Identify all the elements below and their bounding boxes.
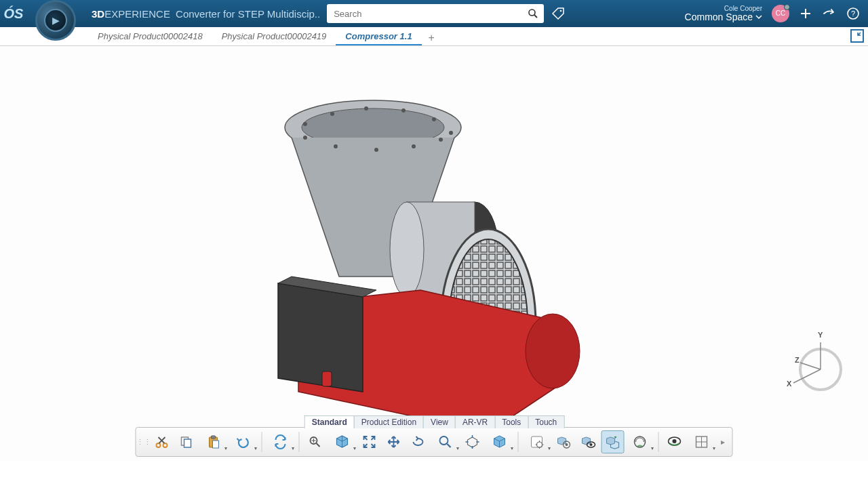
rotate-button[interactable] xyxy=(407,430,430,453)
svg-point-64 xyxy=(673,439,677,443)
help-icon[interactable]: ? xyxy=(846,7,860,20)
svg-point-36 xyxy=(163,443,167,447)
svg-point-22 xyxy=(364,106,368,110)
svg-point-26 xyxy=(303,136,307,140)
tab-physical-product00002418[interactable]: Physical Product00002418 xyxy=(88,28,212,45)
toolbar-tab-ar-vr[interactable]: AR-VR xyxy=(455,415,495,428)
zoom-button[interactable]: ▾ xyxy=(431,430,460,453)
svg-point-16 xyxy=(526,314,580,388)
capture-button[interactable] xyxy=(663,430,686,453)
svg-point-23 xyxy=(401,108,406,113)
svg-point-0 xyxy=(529,9,535,16)
document-tabs: Physical Product00002418Physical Product… xyxy=(0,27,868,46)
top-bar: ÓS ▶ 3DEXPERIENCE Converter for STEP Mul… xyxy=(0,0,868,27)
axis-x-label: X xyxy=(787,380,791,388)
svg-point-11 xyxy=(390,202,424,297)
share-icon[interactable] xyxy=(822,6,837,21)
svg-line-1 xyxy=(534,15,537,18)
svg-point-61 xyxy=(590,443,593,446)
svg-point-25 xyxy=(449,131,453,135)
recenter-button[interactable] xyxy=(358,430,381,453)
tab-compressor-1-1[interactable]: Compressor 1.1 xyxy=(336,28,421,45)
svg-point-20 xyxy=(303,122,307,126)
toolbar-overflow[interactable]: ▸ xyxy=(717,430,728,453)
layout-button[interactable]: ▾ xyxy=(688,430,716,453)
toolbar-tab-view[interactable]: View xyxy=(423,415,456,428)
toolbar-tab-touch[interactable]: Touch xyxy=(528,415,564,428)
svg-point-30 xyxy=(439,138,443,142)
toolbar-section-tabs: StandardProduct EditionViewAR-VRToolsTou… xyxy=(304,415,564,428)
svg-rect-43 xyxy=(213,441,219,448)
svg-rect-40 xyxy=(184,439,191,447)
main-toolbar: ⋮⋮ ▾▾▾▾▾▾▾▾▾ ▸ xyxy=(136,427,733,457)
toolbar-grip[interactable]: ⋮⋮ xyxy=(140,429,147,455)
look-at-button[interactable] xyxy=(461,430,484,453)
3d-viewport[interactable]: Y X Z StandardProduct EditionViewAR-VRTo… xyxy=(0,46,868,461)
toolbar-divider xyxy=(299,432,300,452)
axis-y-label: Y xyxy=(818,331,823,339)
user-block: Cole Cooper Common Space xyxy=(685,5,762,22)
normal-view-button[interactable]: ▾ xyxy=(486,430,514,453)
ambience-button[interactable]: ▾ xyxy=(626,430,654,453)
search-button[interactable] xyxy=(522,4,544,23)
svg-point-35 xyxy=(157,443,161,447)
svg-point-59 xyxy=(566,443,568,446)
svg-point-21 xyxy=(330,112,334,116)
app-title: 3DEXPERIENCE Converter for STEP Multidis… xyxy=(92,8,320,20)
svg-point-50 xyxy=(440,436,448,445)
toolbar-tab-tools[interactable]: Tools xyxy=(494,415,528,428)
chevron-down-icon xyxy=(755,14,762,20)
hide-show-button[interactable] xyxy=(577,430,600,453)
svg-text:?: ? xyxy=(851,9,855,18)
add-icon[interactable] xyxy=(799,7,812,20)
svg-line-51 xyxy=(448,444,451,447)
copy-button[interactable] xyxy=(175,430,198,453)
svg-line-34 xyxy=(800,363,821,369)
paste-button[interactable]: ▾ xyxy=(199,430,228,453)
toolbar-tab-product-edition[interactable]: Product Edition xyxy=(354,415,424,428)
search-box xyxy=(327,4,544,23)
axis-z-label: Z xyxy=(795,356,800,364)
ds-logo-icon[interactable]: ÓS xyxy=(0,0,27,27)
avatar[interactable]: CC xyxy=(772,5,789,22)
properties-button[interactable]: ▾ xyxy=(523,430,551,453)
pan-button[interactable] xyxy=(382,430,406,453)
undo-button[interactable]: ▾ xyxy=(229,430,258,453)
toolbar-divider xyxy=(658,432,659,452)
svg-line-33 xyxy=(793,369,821,383)
app-options-button[interactable] xyxy=(553,430,576,453)
swap-visible-button[interactable] xyxy=(601,430,625,453)
svg-point-27 xyxy=(334,144,338,148)
svg-point-24 xyxy=(432,117,436,121)
exit-fullscreen-button[interactable] xyxy=(850,29,864,43)
tag-icon[interactable] xyxy=(551,6,566,21)
shading-button[interactable]: ▾ xyxy=(328,430,357,453)
tab-physical-product00002419[interactable]: Physical Product00002419 xyxy=(212,28,336,45)
svg-point-28 xyxy=(374,148,378,152)
svg-rect-17 xyxy=(322,371,332,386)
toolbar-tab-standard[interactable]: Standard xyxy=(304,415,355,428)
add-tab-button[interactable]: + xyxy=(422,30,441,45)
svg-rect-42 xyxy=(212,436,216,439)
axis-gizmo[interactable]: Y X Z xyxy=(780,332,848,400)
top-right-controls: Cole Cooper Common Space CC ? xyxy=(685,5,868,22)
space-selector[interactable]: Common Space xyxy=(685,12,762,22)
compass-icon[interactable]: ▶ xyxy=(35,0,76,41)
cut-button[interactable] xyxy=(151,430,174,453)
svg-point-2 xyxy=(560,10,562,12)
model-render xyxy=(203,66,637,453)
svg-point-29 xyxy=(412,144,416,148)
update-button[interactable]: ▾ xyxy=(267,430,295,453)
fit-all-button[interactable] xyxy=(304,430,327,453)
search-icon xyxy=(528,8,538,19)
search-input[interactable] xyxy=(327,9,522,19)
toolbar-divider xyxy=(262,432,262,452)
svg-line-45 xyxy=(317,443,320,447)
toolbar-divider xyxy=(518,432,519,452)
